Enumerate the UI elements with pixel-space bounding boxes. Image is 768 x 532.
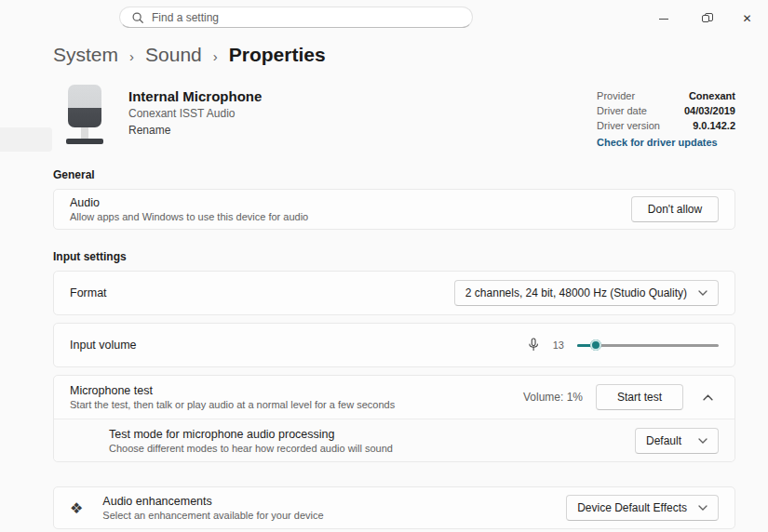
section-input-title: Input settings [53,250,768,263]
enhancements-sparkle-icon: ❖ [70,499,83,517]
audio-subtitle: Allow apps and Windows to use this devic… [70,211,308,222]
device-manufacturer: Conexant ISST Audio [128,107,262,120]
test-mode-value: Default [646,434,681,447]
microphone-test-title: Microphone test [70,384,395,397]
minimize-icon [659,19,668,20]
test-mode-row: Test mode for microphone audio processin… [54,419,734,461]
input-volume-row: Input volume 13 [54,324,734,366]
close-icon: ✕ [742,13,751,24]
search-box[interactable]: Find a setting [119,7,473,28]
restore-icon [702,15,709,22]
input-volume-value: 13 [553,339,564,351]
format-label: Format [70,286,107,299]
test-mode-dropdown[interactable]: Default [635,428,719,454]
format-row: Format 2 channels, 24 bit, 48000 Hz (Stu… [54,272,734,314]
audio-permission-card: Audio Allow apps and Windows to use this… [53,189,735,230]
input-volume-label: Input volume [70,339,137,352]
microphone-base [66,139,103,144]
enhancements-value: Device Default Effects [577,501,687,514]
enhancements-subtitle: Select an enhancement available for your… [102,510,323,521]
microphone-test-card: Microphone test Start the test, then tal… [53,375,735,462]
minimize-button[interactable] [642,7,684,31]
chevron-down-icon [698,505,707,511]
microphone-capsule [68,85,101,127]
driver-version-value: 9.0.142.2 [684,120,735,131]
dont-allow-button[interactable]: Don't allow [631,196,719,222]
test-volume-readout: Volume: 1% [523,391,583,404]
enhancements-title: Audio enhancements [102,495,323,508]
window-controls: ✕ [642,7,768,31]
chevron-down-icon [698,290,707,296]
input-volume-card: Input volume 13 [53,323,735,367]
microphone-icon [527,337,540,353]
microphone-stem [81,127,88,139]
device-meta: Internal Microphone Conexant ISST Audio … [128,85,262,137]
slider-thumb[interactable] [590,339,601,351]
section-general-title: General [53,168,768,181]
audio-title: Audio [70,196,308,209]
microphone-test-subtitle: Start the test, then talk or play audio … [70,399,395,410]
format-card: Format 2 channels, 24 bit, 48000 Hz (Stu… [53,271,735,315]
collapse-button[interactable] [696,386,719,408]
input-volume-slider[interactable] [577,339,719,352]
driver-info: Provider Conexant Driver date 04/03/2019… [597,85,735,148]
format-dropdown[interactable]: 2 channels, 24 bit, 48000 Hz (Studio Qua… [454,280,719,306]
format-value: 2 channels, 24 bit, 48000 Hz (Studio Qua… [465,286,687,299]
breadcrumb-system[interactable]: System [53,44,118,66]
driver-provider-label: Provider [597,90,660,101]
start-test-button[interactable]: Start test [596,384,683,410]
driver-date-label: Driver date [597,105,660,116]
audio-enhancements-row: ❖ Audio enhancements Select an enhanceme… [54,487,734,528]
breadcrumb: System › Sound › Properties [53,44,768,66]
breadcrumb-sound[interactable]: Sound [145,44,202,66]
chevron-up-icon [703,394,713,401]
audio-permission-row: Audio Allow apps and Windows to use this… [54,190,734,229]
breadcrumb-separator: › [129,47,134,64]
restore-button[interactable] [684,7,726,31]
driver-grid: Provider Conexant Driver date 04/03/2019… [597,90,735,131]
titlebar: Find a setting ✕ [0,0,768,30]
search-icon [131,11,144,24]
microphone-test-row: Microphone test Start the test, then tal… [54,376,734,419]
device-name: Internal Microphone [128,88,262,104]
breadcrumb-separator: › [213,47,218,64]
device-header: Internal Microphone Conexant ISST Audio … [63,85,735,148]
enhancements-dropdown[interactable]: Device Default Effects [566,495,719,521]
driver-provider-value: Conexant [684,90,735,101]
test-mode-subtitle: Choose different modes to hear how recor… [109,443,393,454]
check-driver-updates-link[interactable]: Check for driver updates [597,137,735,148]
close-button[interactable]: ✕ [726,7,768,31]
search-placeholder: Find a setting [152,11,219,24]
audio-enhancements-card: ❖ Audio enhancements Select an enhanceme… [53,486,735,529]
chevron-down-icon [698,438,707,444]
test-mode-title: Test mode for microphone audio processin… [109,428,393,441]
driver-version-label: Driver version [597,120,660,131]
left-edge-panel-fragment [0,127,52,152]
rename-link[interactable]: Rename [128,124,262,137]
microphone-device-image [63,85,106,146]
breadcrumb-properties: Properties [229,44,326,66]
driver-date-value: 04/03/2019 [684,105,735,116]
